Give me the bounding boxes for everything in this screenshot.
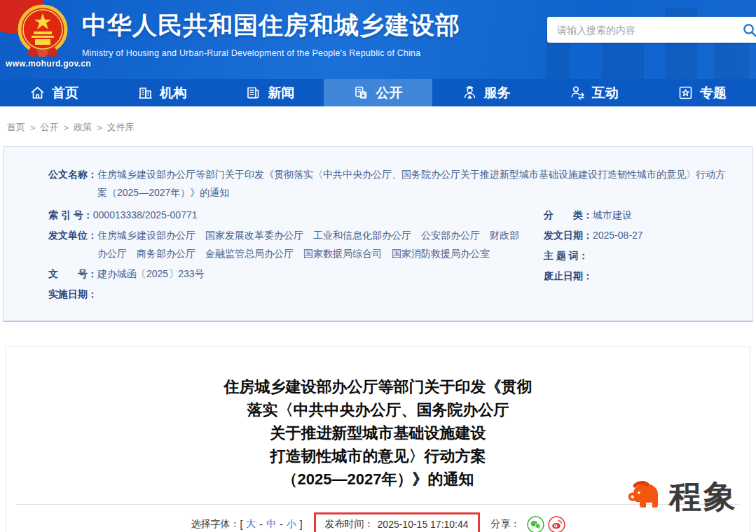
meta-value: 城市建设: [593, 206, 731, 224]
meta-value: 000013338/2025-00771: [93, 206, 527, 224]
nav-item-topics[interactable]: 专题: [648, 79, 756, 106]
service-icon: [462, 85, 478, 101]
wechat-icon[interactable]: [527, 516, 544, 532]
nav-item-interaction[interactable]: 互动: [540, 79, 648, 106]
title-line: 住房城乡建设部办公厅等部门关于印发《贯彻: [6, 375, 750, 398]
nav-label: 公开: [376, 84, 402, 102]
meta-row-issue-date: 发文日期： 2025-08-27: [544, 226, 731, 244]
font-size-small-link[interactable]: 小: [287, 518, 296, 531]
breadcrumb: 首页 > 公开 > 政策 > 文件库: [0, 106, 756, 146]
meta-value: 建办城函〔2025〕233号: [97, 265, 527, 283]
bracket-open: [: [240, 519, 242, 530]
meta-label: 发文单位：: [48, 226, 97, 262]
search-input[interactable]: [556, 24, 742, 36]
document-title: 住房城乡建设部办公厅等部门关于印发《贯彻 落实〈中共中央办公厅、国务院办公厅 关…: [6, 375, 750, 491]
article-toolbar: 选择字体： [ 大 - 中 - 小 ] 发布时间： 2025-10-15 17:…: [6, 512, 750, 532]
nav-label: 互动: [592, 84, 619, 102]
nav-item-home[interactable]: 首页: [0, 79, 108, 106]
watermark-logo: 程象: [624, 479, 738, 514]
font-size-large-link[interactable]: 大: [246, 518, 256, 531]
font-size-label: 选择字体：: [191, 518, 240, 531]
nav-label: 专题: [700, 84, 727, 102]
breadcrumb-library[interactable]: 文件库: [107, 121, 135, 134]
meta-value: 住房城乡建设部办公厅 国家发展改革委办公厅 工业和信息化部办公厅 公安部办公厅 …: [97, 226, 527, 262]
meta-label: 主 题 词：: [544, 246, 589, 265]
building-icon: [137, 85, 153, 101]
site-title: 中华人民共和国住房和城乡建设部: [82, 9, 460, 42]
nav-item-service[interactable]: 服务: [432, 79, 540, 106]
nav-item-disclosure[interactable]: 公开: [324, 79, 432, 106]
search-icon[interactable]: [742, 22, 756, 38]
nav-label: 服务: [484, 84, 511, 102]
breadcrumb-home[interactable]: 首页: [7, 121, 25, 134]
title-line: 落实〈中共中央办公厅、国务院办公厅: [6, 398, 750, 421]
meta-row-implementation-date: 实施日期：: [48, 285, 527, 303]
watermark-text: 程象: [669, 480, 738, 512]
nav-label: 机构: [160, 84, 186, 102]
interaction-icon: [570, 85, 586, 101]
site-subtitle-en: Ministry of Housing and Urban-Rural Deve…: [82, 48, 460, 58]
home-icon: [29, 85, 46, 101]
meta-row-abolish-date: 废止日期：: [544, 267, 731, 285]
font-size-medium-link[interactable]: 中: [266, 518, 276, 531]
search-box: [547, 17, 756, 43]
meta-label: 实施日期：: [48, 285, 97, 303]
meta-left-column: 索 引 号： 000013338/2025-00771 发文单位： 住房城乡建设…: [48, 206, 544, 305]
meta-label: 废止日期：: [544, 267, 593, 285]
documents-icon: [353, 85, 369, 101]
site-header: www.mohurd.gov.cn 中华人民共和国住房和城乡建设部 Minist…: [0, 0, 756, 79]
breadcrumb-disclosure[interactable]: 公开: [41, 121, 59, 134]
star-box-icon: [678, 85, 694, 101]
dash: -: [280, 519, 283, 530]
meta-label: 发文日期：: [544, 226, 593, 244]
breadcrumb-separator: >: [30, 122, 36, 133]
publish-time-label: 发布时间：: [325, 518, 374, 531]
meta-value: [97, 285, 527, 303]
meta-row-issuer: 发文单位： 住房城乡建设部办公厅 国家发展改革委办公厅 工业和信息化部办公厅 公…: [48, 226, 527, 262]
meta-value: [589, 246, 731, 265]
title-line: 关于推进新型城市基础设施建设: [6, 421, 750, 444]
bracket-close: ]: [300, 519, 303, 530]
meta-right-column: 分 类： 城市建设 发文日期： 2025-08-27 主 题 词： 废止日期：: [544, 206, 731, 305]
meta-label: 分 类：: [544, 206, 593, 224]
weibo-icon[interactable]: [548, 516, 565, 532]
meta-row-doc-name: 公文名称： 住房城乡建设部办公厅等部门关于印发《贯彻落实〈中共中央办公厅、国务院…: [48, 165, 731, 202]
national-emblem-icon: [17, 4, 69, 59]
nav-label: 首页: [52, 84, 78, 102]
meta-row-category: 分 类： 城市建设: [544, 206, 731, 224]
meta-label: 文 号：: [48, 265, 97, 283]
nav-item-org[interactable]: 机构: [108, 79, 216, 106]
publish-time-annotation-box: 发布时间： 2025-10-15 17:10:44: [314, 512, 480, 532]
meta-row-docnum: 文 号： 建办城函〔2025〕233号: [48, 265, 527, 283]
meta-value: 住房城乡建设部办公厅等部门关于印发《贯彻落实〈中共中央办公厅、国务院办公厅关于推…: [97, 165, 731, 202]
meta-row-index: 索 引 号： 000013338/2025-00771: [48, 206, 527, 224]
news-icon: [245, 85, 261, 101]
breadcrumb-separator: >: [97, 122, 102, 133]
main-nav: 首页 机构 新闻 公开 服务 互动: [0, 79, 756, 106]
elephant-icon: [624, 479, 664, 514]
nav-label: 新闻: [268, 84, 294, 102]
dash: -: [259, 519, 263, 530]
site-title-block: 中华人民共和国住房和城乡建设部 Ministry of Housing and …: [82, 9, 460, 58]
nav-item-news[interactable]: 新闻: [216, 79, 324, 106]
breadcrumb-policy[interactable]: 政策: [74, 121, 92, 134]
breadcrumb-separator: >: [64, 122, 69, 133]
meta-value: [593, 267, 731, 285]
site-url: www.mohurd.gov.cn: [6, 59, 83, 69]
meta-value: 2025-08-27: [593, 226, 731, 244]
meta-label: 公文名称：: [48, 165, 97, 202]
title-line: 打造韧性城市的意见〉行动方案: [6, 444, 750, 468]
meta-row-subject: 主 题 词：: [544, 246, 731, 265]
meta-label: 索 引 号：: [48, 206, 93, 224]
publish-time-value: 2025-10-15 17:10:44: [378, 519, 469, 530]
document-metadata-box: 公文名称： 住房城乡建设部办公厅等部门关于印发《贯彻落实〈中共中央办公厅、国务院…: [3, 146, 753, 322]
share-label: 分享：: [491, 518, 521, 531]
